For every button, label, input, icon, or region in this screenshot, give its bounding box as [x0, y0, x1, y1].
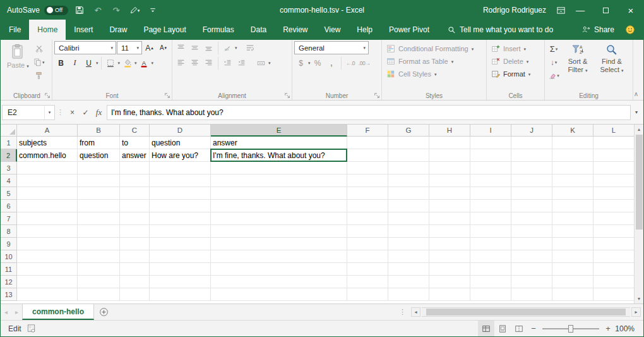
align-left-button[interactable]	[174, 56, 188, 70]
tab-home[interactable]: Home	[29, 20, 66, 40]
cell-L12[interactable]	[593, 276, 634, 288]
cell-F6[interactable]	[347, 200, 388, 212]
tab-formulas[interactable]: Formulas	[194, 20, 242, 40]
cell-J2[interactable]	[511, 149, 552, 162]
minimize-button[interactable]: —	[568, 1, 593, 20]
cell-B13[interactable]	[78, 288, 120, 301]
column-header-L[interactable]: L	[593, 125, 634, 137]
cell-F1[interactable]	[347, 137, 388, 149]
cell-E12[interactable]	[211, 276, 347, 288]
cell-C6[interactable]	[120, 200, 150, 212]
cell-K9[interactable]	[552, 238, 593, 250]
cell-B7[interactable]	[78, 212, 120, 225]
cell-I11[interactable]	[470, 263, 511, 276]
cell-E10[interactable]	[211, 250, 347, 263]
cell-L2[interactable]	[593, 149, 634, 162]
cell-I8[interactable]	[470, 225, 511, 238]
cell-C7[interactable]	[120, 212, 150, 225]
cell-F9[interactable]	[347, 238, 388, 250]
increase-indent-button[interactable]	[235, 56, 248, 70]
cell-F11[interactable]	[347, 263, 388, 276]
cell-K4[interactable]	[552, 175, 593, 187]
cell-B11[interactable]	[78, 263, 120, 276]
fill-color-dropdown[interactable]: ▾	[134, 61, 137, 65]
vertical-scrollbar[interactable]: ▴ ▾	[634, 125, 643, 303]
cell-D6[interactable]	[150, 200, 211, 212]
cell-G12[interactable]	[388, 276, 429, 288]
cell-C13[interactable]	[120, 288, 150, 301]
cell-H5[interactable]	[429, 187, 470, 200]
cell-F13[interactable]	[347, 288, 388, 301]
tab-power-pivot[interactable]: Power Pivot	[381, 20, 438, 40]
cell-F10[interactable]	[347, 250, 388, 263]
cell-J4[interactable]	[511, 175, 552, 187]
cell-J3[interactable]	[511, 162, 552, 175]
cell-J1[interactable]	[511, 137, 552, 149]
new-sheet-button[interactable]	[94, 304, 114, 320]
cell-K7[interactable]	[552, 212, 593, 225]
clear-button[interactable]: ▾	[547, 69, 561, 82]
percent-style-button[interactable]: %	[311, 56, 325, 70]
accounting-format-dropdown[interactable]: ▾	[308, 61, 311, 65]
cell-A6[interactable]	[17, 200, 78, 212]
merge-center-dropdown[interactable]: ▾	[268, 61, 271, 65]
cell-L10[interactable]	[593, 250, 634, 263]
cell-B10[interactable]	[78, 250, 120, 263]
cell-E3[interactable]	[211, 162, 347, 175]
cell-J8[interactable]	[511, 225, 552, 238]
paste-button[interactable]: Paste ▾	[4, 41, 32, 82]
maximize-button[interactable]	[593, 1, 618, 20]
page-break-preview-button[interactable]	[511, 321, 527, 336]
merge-center-button[interactable]	[254, 56, 268, 70]
cell-K12[interactable]	[552, 276, 593, 288]
sheet-nav-left-button[interactable]: ◂	[1, 304, 11, 320]
cell-B4[interactable]	[78, 175, 120, 187]
cell-G11[interactable]	[388, 263, 429, 276]
row-header-4[interactable]: 4	[1, 175, 17, 187]
cell-F3[interactable]	[347, 162, 388, 175]
cell-F8[interactable]	[347, 225, 388, 238]
decrease-decimal-button[interactable]: .00→	[358, 56, 371, 70]
cell-L13[interactable]	[593, 288, 634, 301]
cell-H8[interactable]	[429, 225, 470, 238]
cell-E13[interactable]	[211, 288, 347, 301]
cell-B6[interactable]	[78, 200, 120, 212]
cell-A5[interactable]	[17, 187, 78, 200]
cell-A10[interactable]	[17, 250, 78, 263]
bold-button[interactable]: B	[54, 56, 68, 70]
cell-D13[interactable]	[150, 288, 211, 301]
cell-C10[interactable]	[120, 250, 150, 263]
cell-I13[interactable]	[470, 288, 511, 301]
fill-color-button[interactable]	[121, 56, 134, 70]
insert-cells-button[interactable]: Insert▾	[489, 44, 542, 54]
collapse-ribbon-button[interactable]: ∧	[634, 90, 638, 97]
cell-J6[interactable]	[511, 200, 552, 212]
name-box[interactable]: E2 ▾	[2, 105, 55, 120]
cell-D7[interactable]	[150, 212, 211, 225]
cell-H1[interactable]	[429, 137, 470, 149]
font-color-button[interactable]: A	[138, 56, 151, 70]
cell-A7[interactable]	[17, 212, 78, 225]
cell-H3[interactable]	[429, 162, 470, 175]
cell-E6[interactable]	[211, 200, 347, 212]
cell-I4[interactable]	[470, 175, 511, 187]
cell-G2[interactable]	[388, 149, 429, 162]
decrease-indent-button[interactable]	[221, 56, 234, 70]
tab-scroll-splitter[interactable]: ⋮	[395, 308, 410, 316]
hscroll-left-button[interactable]: ◂	[411, 307, 420, 317]
cell-L4[interactable]	[593, 175, 634, 187]
cell-L5[interactable]	[593, 187, 634, 200]
number-dialog-launcher[interactable]	[374, 92, 380, 99]
format-painter-button[interactable]	[32, 69, 46, 82]
cell-K6[interactable]	[552, 200, 593, 212]
tab-data[interactable]: Data	[242, 20, 275, 40]
fill-button[interactable]: ↓▾	[547, 56, 561, 69]
zoom-out-button[interactable]: −	[527, 324, 540, 333]
cell-L11[interactable]	[593, 263, 634, 276]
formula-bar-splitter[interactable]: ⋮	[55, 108, 66, 116]
vertical-scroll-thumb[interactable]	[636, 135, 643, 230]
name-box-dropdown[interactable]: ▾	[44, 106, 54, 119]
horizontal-scrollbar[interactable]	[422, 307, 630, 317]
cell-D5[interactable]	[150, 187, 211, 200]
cell-A8[interactable]	[17, 225, 78, 238]
